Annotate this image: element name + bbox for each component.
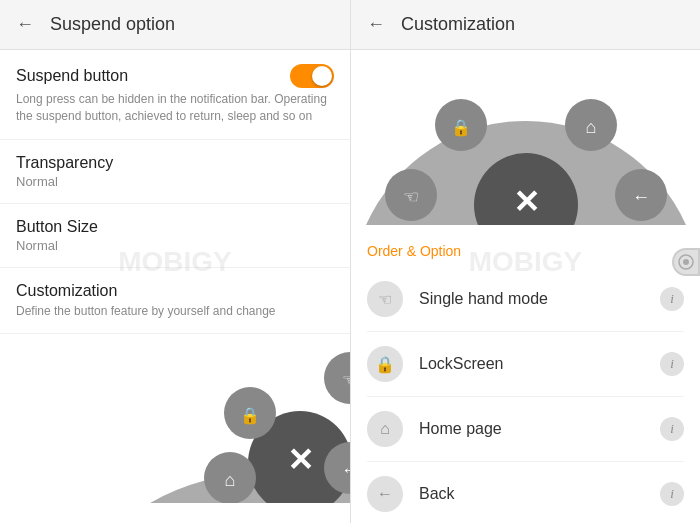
lockscreen-info[interactable]: i bbox=[660, 352, 684, 376]
left-page-title: Suspend option bbox=[50, 14, 175, 35]
right-page-title: Customization bbox=[401, 14, 515, 35]
svg-text:←: ← bbox=[341, 460, 350, 480]
left-back-button[interactable]: ← bbox=[16, 14, 34, 35]
transparency-value: Normal bbox=[16, 174, 334, 189]
setting-transparency[interactable]: Transparency Normal bbox=[0, 140, 350, 204]
transparency-label: Transparency bbox=[16, 154, 113, 171]
single-hand-info[interactable]: i bbox=[660, 287, 684, 311]
left-header: ← Suspend option bbox=[0, 0, 350, 50]
order-item-single-hand[interactable]: ☜ Single hand mode i bbox=[367, 267, 684, 332]
right-back-button[interactable]: ← bbox=[367, 14, 385, 35]
svg-text:☜: ☜ bbox=[403, 187, 419, 207]
back-info[interactable]: i bbox=[660, 482, 684, 506]
suspend-button-label: Suspend button bbox=[16, 67, 128, 85]
single-hand-label: Single hand mode bbox=[419, 290, 660, 308]
svg-text:🔒: 🔒 bbox=[240, 406, 260, 425]
order-item-home[interactable]: ⌂ Home page i bbox=[367, 397, 684, 462]
svg-text:🔒: 🔒 bbox=[451, 118, 471, 137]
order-section: Order & Option ☜ Single hand mode i 🔒 Lo… bbox=[351, 235, 700, 523]
setting-suspend-button[interactable]: Suspend button Long press can be hidden … bbox=[0, 50, 350, 140]
back-icon: ← bbox=[367, 476, 403, 512]
suspend-button-desc: Long press can be hidden in the notifica… bbox=[16, 91, 334, 125]
svg-text:⌂: ⌂ bbox=[585, 117, 596, 137]
float-widget-left: ✕ ☜ 🔒 ⌂ ← bbox=[150, 283, 350, 503]
order-item-lockscreen[interactable]: 🔒 LockScreen i bbox=[367, 332, 684, 397]
left-panel: ← Suspend option Suspend button Long pre… bbox=[0, 0, 350, 523]
button-size-value: Normal bbox=[16, 238, 334, 253]
home-info[interactable]: i bbox=[660, 417, 684, 441]
order-item-back[interactable]: ← Back i bbox=[367, 462, 684, 523]
svg-text:←: ← bbox=[632, 187, 650, 207]
setting-button-size[interactable]: Button Size Normal bbox=[0, 204, 350, 268]
home-label: Home page bbox=[419, 420, 660, 438]
home-icon: ⌂ bbox=[367, 411, 403, 447]
svg-text:✕: ✕ bbox=[512, 184, 539, 220]
order-section-title: Order & Option bbox=[367, 235, 684, 267]
single-hand-icon: ☜ bbox=[367, 281, 403, 317]
customization-label: Customization bbox=[16, 282, 117, 299]
back-label: Back bbox=[419, 485, 660, 503]
lockscreen-label: LockScreen bbox=[419, 355, 660, 373]
svg-text:☜: ☜ bbox=[342, 370, 350, 390]
scroll-indicator[interactable] bbox=[672, 248, 700, 276]
button-size-label: Button Size bbox=[16, 218, 98, 235]
lockscreen-icon: 🔒 bbox=[367, 346, 403, 382]
svg-text:✕: ✕ bbox=[287, 442, 314, 478]
svg-point-21 bbox=[683, 259, 689, 265]
float-widget-right: ✕ 🔒 ⌂ ☜ ← bbox=[351, 50, 700, 225]
right-panel: ← Customization ✕ 🔒 ⌂ ☜ ← bbox=[350, 0, 700, 523]
svg-text:⌂: ⌂ bbox=[225, 470, 236, 490]
suspend-button-toggle[interactable] bbox=[290, 64, 334, 88]
right-header: ← Customization bbox=[351, 0, 700, 50]
